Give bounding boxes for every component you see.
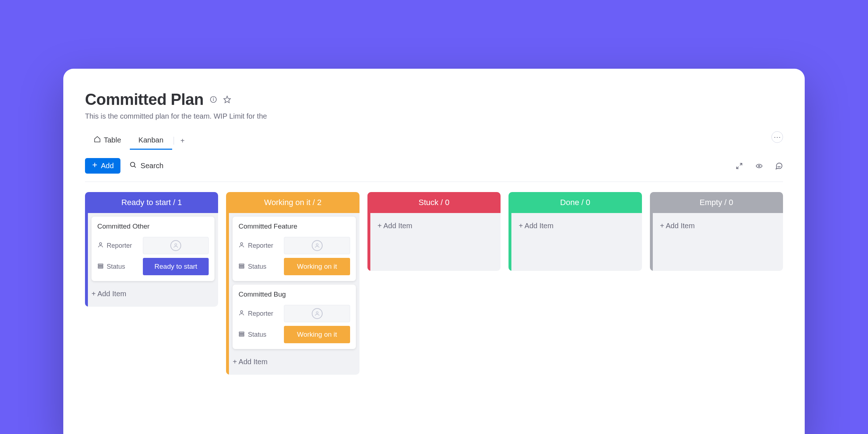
status-icon: [238, 331, 245, 339]
column-header[interactable]: Done / 0: [509, 192, 642, 213]
column-body: Committed FeatureReporterStatusWorking o…: [226, 213, 359, 375]
svg-point-6: [130, 162, 135, 167]
card-reporter-row: Reporter: [238, 237, 350, 254]
column-header[interactable]: Working on it / 2: [226, 192, 359, 213]
status-badge[interactable]: Working on it: [284, 326, 350, 343]
add-button[interactable]: Add: [85, 158, 120, 174]
kanban-card[interactable]: Committed OtherReporterStatusReady to st…: [92, 217, 214, 281]
card-reporter-row: Reporter: [238, 305, 350, 322]
person-icon: [238, 310, 245, 318]
status-badge[interactable]: Ready to start: [143, 258, 209, 275]
reporter-label: Reporter: [238, 310, 280, 318]
card-status-row: StatusWorking on it: [238, 258, 350, 275]
column-body: + Add Item: [367, 213, 501, 271]
svg-rect-14: [98, 265, 103, 267]
card-status-row: StatusWorking on it: [238, 326, 350, 343]
tab-table[interactable]: Table: [85, 131, 130, 150]
page-subtitle: This is the committed plan for the team.…: [85, 112, 268, 120]
kanban-card[interactable]: Committed BugReporterStatusWorking on it: [233, 285, 356, 349]
search-label: Search: [141, 162, 163, 170]
svg-point-21: [241, 311, 243, 313]
tab-label: Table: [104, 136, 121, 144]
column-body: Committed OtherReporterStatusReady to st…: [85, 213, 218, 307]
svg-rect-25: [239, 335, 244, 336]
card-reporter-row: Reporter: [97, 237, 209, 254]
svg-rect-20: [239, 267, 244, 268]
card-title: Committed Other: [97, 222, 209, 230]
view-icon[interactable]: [755, 162, 763, 170]
card-title: Committed Bug: [238, 290, 350, 298]
status-icon: [238, 263, 245, 271]
svg-rect-19: [239, 265, 244, 267]
search-icon: [129, 161, 137, 171]
svg-rect-15: [98, 267, 103, 268]
person-icon: [97, 242, 104, 250]
svg-line-7: [134, 166, 136, 167]
add-item-button[interactable]: + Add Item: [233, 353, 356, 371]
svg-rect-24: [239, 333, 244, 335]
svg-point-12: [175, 244, 177, 246]
add-item-button[interactable]: + Add Item: [374, 217, 497, 235]
add-button-label: Add: [101, 162, 114, 170]
info-icon[interactable]: [209, 95, 217, 103]
kanban-column-empty: Empty / 0+ Add Item: [650, 192, 783, 271]
kanban-column-ready: Ready to start / 1Committed OtherReporte…: [85, 192, 218, 307]
more-options-button[interactable]: ⋯: [771, 131, 783, 143]
status-label: Status: [238, 263, 280, 271]
person-icon: [238, 242, 245, 250]
add-item-button[interactable]: + Add Item: [656, 217, 779, 235]
reporter-field[interactable]: [143, 237, 209, 254]
column-body: + Add Item: [650, 213, 783, 271]
tab-divider: [174, 137, 174, 145]
avatar-placeholder-icon: [312, 308, 323, 319]
kanban-column-done: Done / 0+ Add Item: [509, 192, 642, 271]
add-item-button[interactable]: + Add Item: [515, 217, 638, 235]
avatar-placeholder-icon: [312, 240, 323, 251]
kanban-board: Ready to start / 1Committed OtherReporte…: [85, 192, 783, 375]
svg-point-16: [241, 243, 243, 245]
plus-icon: [92, 162, 98, 170]
svg-point-22: [316, 312, 318, 314]
card-title: Committed Feature: [238, 222, 350, 230]
svg-point-17: [316, 244, 318, 246]
svg-point-10: [758, 165, 760, 166]
kanban-card[interactable]: Committed FeatureReporterStatusWorking o…: [233, 217, 356, 281]
reporter-field[interactable]: [284, 237, 350, 254]
add-tab-button[interactable]: +: [175, 137, 190, 144]
kanban-column-working: Working on it / 2Committed FeatureReport…: [226, 192, 359, 375]
reporter-label: Reporter: [97, 242, 139, 250]
avatar-placeholder-icon: [170, 240, 181, 251]
tab-label: Kanban: [139, 136, 163, 144]
svg-rect-13: [98, 264, 103, 265]
reporter-field[interactable]: [284, 305, 350, 322]
svg-point-11: [99, 243, 102, 245]
column-header[interactable]: Stuck / 0: [367, 192, 501, 213]
status-badge[interactable]: Working on it: [284, 258, 350, 275]
tabs-bar: Table Kanban + ⋯: [85, 131, 783, 150]
search-button[interactable]: Search: [129, 161, 163, 171]
chat-icon[interactable]: [775, 162, 783, 170]
status-label: Status: [97, 263, 139, 271]
svg-rect-23: [239, 332, 244, 333]
column-body: + Add Item: [509, 213, 642, 271]
svg-point-2: [213, 98, 213, 98]
toolbar: Add Search: [85, 158, 783, 182]
page-title: Committed Plan: [85, 90, 204, 109]
status-label: Status: [238, 331, 280, 339]
status-icon: [97, 263, 104, 271]
kanban-column-stuck: Stuck / 0+ Add Item: [367, 192, 501, 271]
home-icon: [94, 136, 101, 145]
column-header[interactable]: Empty / 0: [650, 192, 783, 213]
app-window: Committed Plan This is the committed pla…: [63, 69, 805, 434]
star-icon[interactable]: [223, 95, 231, 103]
svg-rect-18: [239, 264, 244, 265]
add-item-button[interactable]: + Add Item: [92, 285, 214, 303]
reporter-label: Reporter: [238, 242, 280, 250]
card-status-row: StatusReady to start: [97, 258, 209, 275]
tab-kanban[interactable]: Kanban: [130, 132, 172, 150]
svg-marker-3: [224, 96, 230, 103]
column-header[interactable]: Ready to start / 1: [85, 192, 218, 213]
expand-icon[interactable]: [735, 162, 743, 170]
page-header: Committed Plan: [85, 90, 783, 109]
